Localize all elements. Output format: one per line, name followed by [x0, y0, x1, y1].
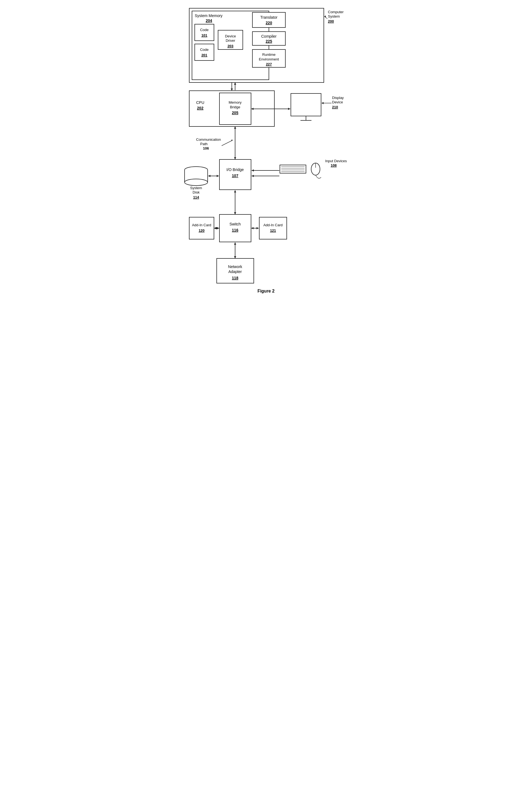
svg-text:210: 210	[332, 105, 338, 109]
svg-rect-110	[217, 258, 254, 283]
svg-marker-83	[252, 169, 254, 171]
svg-text:Runtime: Runtime	[262, 53, 275, 57]
svg-point-62	[185, 167, 208, 173]
svg-text:Environment: Environment	[259, 57, 279, 61]
svg-rect-73	[280, 165, 306, 173]
svg-point-66	[185, 179, 208, 185]
svg-text:205: 205	[232, 110, 239, 115]
diagram-svg: Computer System 200 System Memory 204 Co…	[173, 5, 360, 286]
svg-text:Display: Display	[332, 96, 344, 100]
svg-text:Computer: Computer	[328, 10, 344, 14]
svg-marker-49	[288, 108, 290, 110]
svg-text:203: 203	[227, 44, 233, 48]
svg-rect-22	[252, 32, 285, 46]
svg-marker-58	[234, 126, 236, 129]
svg-rect-63	[185, 170, 208, 182]
svg-rect-40	[291, 93, 321, 116]
svg-rect-89	[220, 214, 251, 242]
svg-marker-47	[322, 102, 324, 104]
svg-text:System: System	[328, 14, 340, 18]
svg-marker-108	[234, 256, 236, 258]
svg-text:Communication: Communication	[196, 138, 221, 142]
page: Computer System 200 System Memory 204 Co…	[173, 5, 360, 294]
svg-text:Network: Network	[228, 265, 242, 269]
svg-rect-32	[220, 93, 251, 125]
svg-text:Code: Code	[200, 28, 208, 32]
svg-marker-39	[234, 83, 236, 85]
svg-text:106: 106	[203, 146, 209, 150]
svg-text:Add-In Card: Add-In Card	[192, 223, 211, 227]
svg-rect-19	[252, 12, 285, 28]
svg-text:204: 204	[206, 18, 212, 23]
svg-text:Device: Device	[225, 34, 236, 38]
svg-rect-59	[220, 160, 251, 190]
svg-text:Memory: Memory	[229, 101, 242, 105]
svg-text:Code: Code	[200, 48, 208, 52]
svg-marker-105	[256, 227, 259, 229]
svg-text:Compiler: Compiler	[261, 34, 276, 38]
svg-text:Add-In Card: Add-In Card	[263, 223, 282, 227]
svg-text:Bridge: Bridge	[230, 105, 240, 109]
svg-text:Adapter: Adapter	[228, 269, 242, 274]
svg-marker-5	[324, 15, 326, 17]
svg-rect-101	[259, 217, 287, 239]
svg-marker-57	[234, 157, 236, 160]
svg-text:Device: Device	[332, 100, 343, 104]
svg-marker-37	[231, 89, 233, 91]
svg-rect-92	[189, 217, 214, 239]
svg-rect-25	[252, 50, 285, 67]
svg-text:116: 116	[232, 228, 239, 232]
svg-text:227: 227	[266, 62, 272, 66]
svg-marker-87	[234, 212, 236, 214]
svg-text:225: 225	[266, 39, 272, 43]
svg-text:I/O Bridge: I/O Bridge	[226, 167, 244, 172]
svg-rect-15	[218, 30, 243, 50]
svg-text:CPU: CPU	[196, 101, 204, 105]
figure-caption: Figure 2	[173, 289, 360, 294]
svg-line-4	[324, 17, 327, 19]
svg-text:121: 121	[270, 229, 276, 233]
svg-marker-99	[214, 227, 216, 229]
svg-text:120: 120	[198, 229, 205, 233]
svg-text:Input Devices: Input Devices	[325, 159, 347, 163]
svg-text:Path: Path	[200, 142, 208, 146]
svg-marker-106	[251, 227, 253, 229]
svg-marker-85	[252, 175, 254, 177]
svg-marker-100	[217, 227, 219, 229]
diagram: Computer System 200 System Memory 204 Co…	[173, 5, 360, 286]
svg-rect-0	[189, 8, 324, 83]
svg-text:220: 220	[266, 21, 272, 25]
svg-marker-71	[217, 175, 219, 177]
svg-line-54	[222, 140, 233, 146]
svg-marker-50	[251, 108, 253, 110]
svg-text:System Memory: System Memory	[195, 14, 223, 18]
svg-rect-29	[189, 91, 274, 126]
svg-text:Disk: Disk	[192, 190, 200, 194]
svg-text:101: 101	[201, 33, 207, 37]
svg-marker-109	[234, 242, 236, 245]
svg-text:Driver: Driver	[226, 38, 235, 42]
svg-text:201: 201	[201, 53, 207, 57]
svg-text:108: 108	[331, 163, 337, 167]
svg-text:System: System	[190, 186, 202, 190]
svg-text:200: 200	[328, 19, 334, 23]
svg-marker-96	[217, 227, 219, 229]
svg-text:107: 107	[232, 174, 239, 178]
svg-text:202: 202	[197, 106, 204, 110]
svg-rect-6	[192, 11, 269, 80]
svg-point-78	[311, 163, 320, 175]
svg-text:Switch: Switch	[229, 222, 241, 226]
svg-rect-9	[195, 24, 214, 41]
svg-text:114: 114	[193, 195, 199, 199]
svg-marker-88	[234, 190, 236, 193]
svg-marker-72	[208, 175, 210, 177]
svg-marker-55	[231, 139, 233, 141]
svg-marker-97	[214, 227, 217, 229]
svg-text:118: 118	[232, 276, 239, 280]
svg-rect-12	[195, 44, 214, 60]
svg-text:Translator: Translator	[260, 15, 278, 19]
